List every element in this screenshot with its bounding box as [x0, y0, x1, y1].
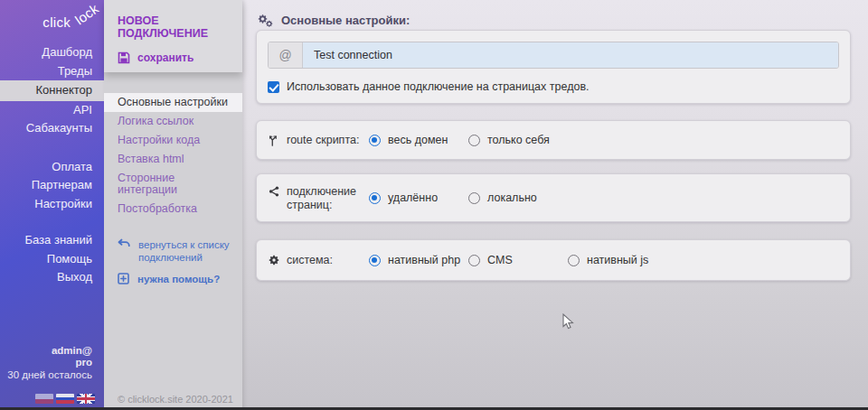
radio-native-js[interactable]: нативный js	[568, 254, 648, 266]
connection-settings-menu: Основные настройки Логика ссылок Настрой…	[104, 93, 242, 219]
menu-item-basic-settings[interactable]: Основные настройки	[104, 93, 242, 112]
route-settings-card: route скрипта: весь домен только себя	[256, 120, 851, 160]
radio-label: удалённо	[388, 191, 438, 204]
main-content: Основные настройки: @ Использовать данно…	[242, 0, 868, 410]
back-link-label: вернуться к списку подключений	[138, 238, 236, 264]
radio-label: только себя	[487, 134, 550, 146]
pages-connection-card: подключение страниц: удалённо локально	[256, 173, 851, 222]
route-label-text: route скрипта:	[287, 133, 359, 147]
route-label: route скрипта:	[268, 133, 369, 147]
uk-flag-icon[interactable]	[77, 394, 95, 404]
radio-label: CMS	[487, 254, 513, 266]
help-plus-icon	[118, 273, 129, 284]
radio-native-php[interactable]: нативный php	[369, 254, 468, 266]
need-help-link[interactable]: нужна помощь?	[118, 273, 242, 285]
menu-item-postprocessing[interactable]: Постобработка	[104, 200, 242, 219]
sidebar-item-payment[interactable]: Оплата	[0, 158, 104, 177]
sidebar-item-dashboard[interactable]: Дашборд	[0, 43, 104, 62]
mouse-cursor	[562, 313, 575, 330]
connection-name-group: @	[268, 42, 839, 69]
account-info: admin@ pro 30 дней осталось	[7, 345, 92, 382]
route-icon	[268, 133, 280, 146]
gear-icon	[268, 253, 280, 266]
radio-label: нативный js	[587, 254, 648, 266]
logo-text-lock: lock	[72, 1, 102, 28]
nav-gap	[0, 213, 104, 231]
radio-icon	[468, 135, 480, 146]
undo-arrow-icon	[118, 238, 130, 249]
panel-header: НОВОЕ ПОДКЛЮЧЕНИЕ сохранить	[104, 0, 242, 72]
radio-local[interactable]: локально	[468, 191, 537, 204]
page-header: Основные настройки:	[256, 0, 851, 30]
radio-label: весь домен	[388, 134, 448, 146]
sidebar-item-logout[interactable]: Выход	[0, 268, 104, 287]
primary-sidebar: click lock Дашборд Треды Коннектор API С…	[0, 0, 104, 410]
main-nav: Дашборд Треды Коннектор API Сабакаунты О…	[0, 43, 104, 287]
at-prefix-icon: @	[269, 42, 303, 68]
sidebar-item-settings[interactable]: Настройки	[0, 195, 104, 214]
radio-label: нативный php	[388, 254, 460, 266]
radio-icon	[369, 255, 381, 266]
language-switcher	[35, 394, 95, 404]
use-connection-row: Использовать данное подключение на стран…	[268, 80, 839, 93]
system-label-text: система:	[287, 253, 333, 267]
radio-icon	[568, 255, 580, 266]
back-to-connections-link[interactable]: вернуться к списку подключений	[118, 238, 242, 264]
russia-flag-icon[interactable]	[56, 394, 74, 404]
share-icon	[268, 184, 280, 197]
connection-name-card: @ Использовать данное подключение на стр…	[256, 30, 851, 104]
sidebar-item-connector[interactable]: Коннектор	[0, 80, 104, 101]
sidebar-item-help[interactable]: Помощь	[0, 250, 104, 269]
radio-icon	[369, 135, 381, 146]
radio-remote[interactable]: удалённо	[369, 191, 468, 204]
save-button[interactable]: сохранить	[118, 51, 242, 64]
radio-whole-domain[interactable]: весь домен	[369, 134, 468, 146]
account-days-left: 30 дней осталось	[7, 369, 92, 382]
account-email: admin@	[7, 345, 92, 358]
menu-item-html-insert[interactable]: Вставка html	[104, 150, 242, 169]
nav-gap	[0, 138, 104, 158]
radio-only-self[interactable]: только себя	[468, 134, 550, 146]
sidebar-item-api[interactable]: API	[0, 101, 104, 120]
radio-cms[interactable]: CMS	[468, 254, 568, 266]
sidebar-item-partners[interactable]: Партнерам	[0, 176, 104, 195]
system-card: система: нативный php CMS нативный js	[256, 239, 851, 281]
use-connection-label: Использовать данное подключение на стран…	[287, 80, 590, 93]
menu-item-code-settings[interactable]: Настройки кода	[104, 131, 242, 150]
sidebar-item-knowledge-base[interactable]: База знаний	[0, 231, 104, 250]
copyright-text: © clicklock.site 2020-2021	[118, 394, 233, 405]
connection-name-input[interactable]	[303, 42, 838, 68]
poland-flag-icon[interactable]	[35, 394, 53, 404]
menu-item-link-logic[interactable]: Логика ссылок	[104, 112, 242, 131]
help-link-label: нужна помощь?	[137, 273, 220, 285]
menu-item-integrations[interactable]: Сторонние интеграции	[104, 169, 242, 200]
sidebar-item-threads[interactable]: Треды	[0, 62, 104, 81]
pages-connection-label: подключение страниц:	[268, 184, 369, 212]
system-label: система:	[268, 253, 369, 267]
app-window: click lock Дашборд Треды Коннектор API С…	[0, 0, 868, 410]
panel-title: НОВОЕ ПОДКЛЮЧЕНИЕ	[104, 0, 242, 40]
double-gear-icon	[256, 13, 273, 28]
save-button-label: сохранить	[137, 51, 193, 64]
floppy-save-icon	[118, 51, 130, 64]
clicklock-logo: click lock	[0, 0, 104, 43]
secondary-sidebar: НОВОЕ ПОДКЛЮЧЕНИЕ сохранить Основные нас…	[104, 0, 242, 410]
sidebar-item-subaccounts[interactable]: Сабакаунты	[0, 119, 104, 138]
account-plan: pro	[7, 357, 92, 369]
pages-connection-label-text: подключение страниц:	[287, 184, 369, 212]
radio-icon	[468, 192, 480, 204]
radio-icon	[369, 192, 381, 204]
radio-icon	[468, 255, 480, 266]
page-title: Основные настройки:	[281, 14, 410, 27]
radio-label: локально	[487, 191, 537, 204]
panel-links: вернуться к списку подключений нужна пом…	[104, 238, 242, 285]
use-connection-checkbox[interactable]	[268, 81, 279, 93]
logo-text-click: click	[42, 14, 71, 30]
